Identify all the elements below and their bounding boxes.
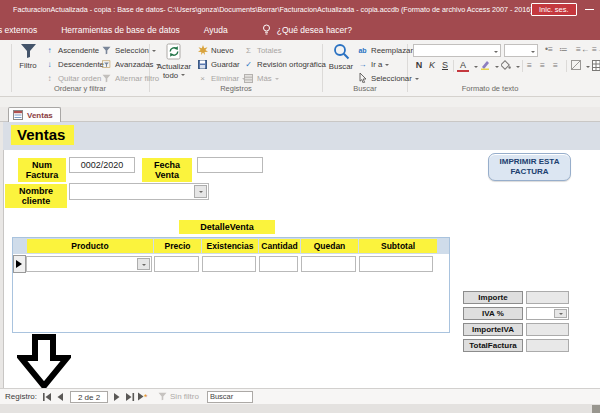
tell-me-box[interactable]: ¿Qué desea hacer? (262, 24, 352, 35)
find-button[interactable]: Buscar (326, 42, 356, 71)
button-label: Más (257, 74, 272, 83)
fecha-venta-label: Fecha Venta (142, 158, 192, 182)
button-label: Selección (115, 46, 149, 55)
gridlines-icon[interactable] (592, 60, 600, 73)
button-label: Avanzadas (115, 60, 153, 69)
last-record-button[interactable] (124, 391, 136, 402)
spellcheck-icon: ✓ (243, 60, 254, 69)
print-invoice-button[interactable]: IMPRIMIR ESTA FACTURA (488, 153, 571, 181)
iva-label: IVA % (463, 307, 523, 320)
fecha-venta-field[interactable] (197, 157, 263, 173)
filter-button[interactable]: Filtro (13, 42, 43, 70)
numbering-icon[interactable]: ≔ (559, 44, 568, 54)
status-bar (0, 404, 600, 413)
goto-icon: → (357, 60, 368, 69)
delete-button: × Eliminar (197, 72, 246, 84)
chevron-down-icon (494, 51, 498, 55)
resize-grip[interactable] (592, 405, 600, 413)
font-name-combobox[interactable] (413, 44, 501, 57)
chevron-down-icon[interactable] (194, 185, 207, 198)
col-header-quedan[interactable]: Quedan (301, 239, 358, 253)
tab-ventas[interactable]: Ventas (8, 107, 61, 122)
bullets-icon[interactable]: •≡ (545, 44, 553, 54)
record-position[interactable]: 2 de 2 (70, 391, 108, 403)
sort-descending-icon: ↓ (44, 60, 55, 69)
record-search-input[interactable] (207, 391, 253, 403)
no-filter-indicator: Sin filtro (158, 392, 199, 401)
sort-descending-button[interactable]: ↓ Descendente (44, 58, 104, 70)
col-header-subtotal[interactable]: Subtotal (359, 239, 437, 253)
iva-combobox[interactable] (526, 307, 569, 320)
goto-button[interactable]: → Ir a (357, 58, 389, 70)
decrease-indent-icon[interactable]: ≡← (576, 44, 589, 54)
minimize-icon[interactable] (585, 9, 594, 11)
down-arrow-annotation (17, 334, 71, 390)
button-label: Seleccionar (371, 74, 412, 83)
background-caret-icon[interactable] (583, 62, 590, 72)
record-navigator: Registro: 2 de 2 * Sin filtro (0, 388, 600, 404)
precio-field[interactable] (154, 256, 199, 272)
selection-filter-button[interactable]: Selección (101, 44, 156, 56)
bold-button[interactable]: N (413, 60, 425, 70)
col-header-precio[interactable]: Precio (154, 239, 201, 253)
chevron-down-icon[interactable] (554, 309, 567, 318)
font-color-caret-icon[interactable] (471, 62, 478, 72)
previous-record-button[interactable] (54, 391, 66, 402)
subform-header-row: Producto Precio Existencias Cantidad Que… (13, 238, 449, 254)
existencias-field[interactable] (202, 256, 256, 272)
font-size-combobox[interactable] (504, 44, 538, 57)
next-record-button[interactable] (111, 391, 123, 402)
col-header-existencias[interactable]: Existencias (202, 239, 258, 253)
increase-indent-icon[interactable]: ≡→ (592, 44, 600, 54)
sort-ascending-button[interactable]: ↑ Ascendente (44, 44, 99, 56)
fill-color-icon[interactable] (501, 60, 511, 72)
select-button[interactable]: Seleccionar (357, 72, 419, 84)
refresh-all-button[interactable]: Actualizar todo (153, 42, 195, 80)
chevron-down-icon[interactable] (137, 258, 150, 270)
group-label-formato: Formato de texto (410, 84, 570, 93)
num-factura-label: Num Factura (18, 158, 66, 182)
importeiva-field[interactable] (526, 323, 569, 336)
document-tab-bar: Ventas (0, 107, 600, 122)
subtotal-field[interactable] (359, 256, 433, 272)
totalfactura-field[interactable] (526, 339, 569, 352)
replace-button[interactable]: ab Reemplazar (357, 44, 413, 56)
subform-data-row (13, 255, 449, 273)
background-style-icon[interactable] (571, 60, 581, 72)
quedan-field[interactable] (301, 256, 356, 272)
detalleventa-label: DetalleVenta (179, 220, 275, 234)
italic-button[interactable]: K (426, 60, 438, 70)
col-header-producto[interactable]: Producto (27, 239, 153, 253)
search-icon (333, 43, 350, 60)
sort-ascending-icon: ↑ (44, 46, 55, 55)
spellcheck-button[interactable]: ✓ Revisión ortográfica (243, 58, 326, 70)
cantidad-field[interactable] (259, 256, 298, 272)
button-label: Nuevo (211, 46, 234, 55)
importe-field[interactable] (526, 291, 569, 304)
new-blank-record-button[interactable]: * (137, 391, 149, 402)
highlight-icon[interactable] (480, 60, 490, 72)
refresh-label-1: Actualizar (157, 62, 191, 71)
num-factura-field[interactable] (69, 157, 135, 173)
highlight-caret-icon[interactable] (492, 62, 499, 72)
align-center-icon: ≡ (540, 60, 545, 70)
record-selector[interactable] (13, 255, 26, 273)
lightbulb-icon (262, 24, 271, 35)
nombre-cliente-combobox[interactable] (69, 183, 209, 200)
tab-ayuda[interactable]: Ayuda (192, 21, 240, 39)
tab-datos-externos[interactable]: Datos externos (0, 21, 49, 39)
col-header-cantidad[interactable]: Cantidad (259, 239, 300, 253)
font-color-button[interactable]: A (457, 60, 469, 72)
sign-in-button[interactable]: Inic. ses. (531, 3, 577, 16)
previous-record-icon (57, 393, 63, 401)
form-title: Ventas (11, 125, 74, 145)
align-right-icon: ≡ (553, 60, 558, 70)
producto-combobox[interactable] (26, 256, 152, 272)
first-record-button[interactable] (41, 391, 53, 402)
tab-herramientas[interactable]: Herramientas de base de datos (49, 21, 192, 39)
new-record-button[interactable]: Nuevo (197, 44, 234, 56)
save-button[interactable]: Guardar (197, 58, 240, 70)
fill-color-caret-icon[interactable] (513, 62, 520, 72)
underline-button[interactable]: S (439, 60, 451, 70)
advanced-filter-button[interactable]: Avanzadas (101, 58, 160, 70)
